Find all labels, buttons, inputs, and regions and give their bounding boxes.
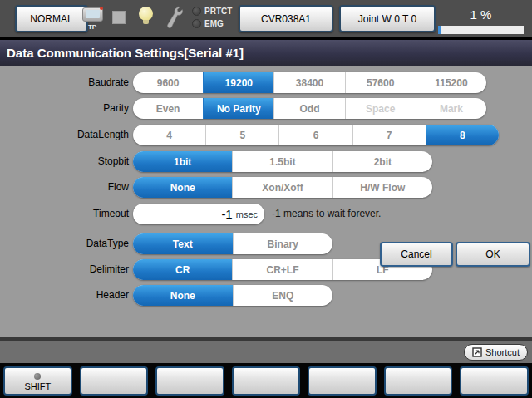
option-h-w-flow[interactable]: H/W Flow xyxy=(332,177,432,198)
option-2bit[interactable]: 2bit xyxy=(332,151,432,172)
datatype-control: TextBinary xyxy=(133,233,332,254)
shortcut-bar: Shortcut xyxy=(0,341,532,363)
option-38400[interactable]: 38400 xyxy=(273,72,344,93)
setting-row-timeout: Timeout-1msec-1 means to wait forever. xyxy=(0,204,532,224)
timeout-note: -1 means to wait forever. xyxy=(272,204,381,224)
option-cr[interactable]: CR xyxy=(133,259,232,280)
shift-led-icon xyxy=(34,373,41,380)
setting-label-baudrate: Baudrate xyxy=(0,72,129,93)
option-4[interactable]: 4 xyxy=(133,125,205,145)
flow-control: NoneXon/XoffH/W Flow xyxy=(133,177,432,198)
header-control: NoneENQ xyxy=(133,285,332,306)
setting-label-datalength: DataLength xyxy=(0,125,129,145)
option-no-parity[interactable]: No Parity xyxy=(203,98,273,119)
coordinate-mode-button[interactable]: Joint W 0 T 0 xyxy=(339,5,436,32)
fkey-shift[interactable]: SHIFT xyxy=(3,366,72,396)
fkey-blank[interactable] xyxy=(80,366,149,396)
speed-progress-fill xyxy=(438,26,441,34)
dialog-title-bar: Data Communication Settings[Serial #1] xyxy=(0,40,532,66)
setting-label-datatype: DataType xyxy=(0,233,129,254)
option-57600[interactable]: 57600 xyxy=(345,72,416,93)
settings-panel: Baudrate9600192003840057600115200ParityE… xyxy=(0,66,532,337)
setting-label-flow: Flow xyxy=(0,177,129,198)
shortcut-button[interactable]: Shortcut xyxy=(464,344,528,361)
option-7[interactable]: 7 xyxy=(352,125,426,145)
teach-pendant-screen: NORMAL TP PRTCT EMG CVR038A1 Joint W 0 xyxy=(0,0,532,398)
shortcut-label: Shortcut xyxy=(485,347,520,357)
speed-progress-track xyxy=(438,26,524,34)
option-space: Space xyxy=(345,98,416,119)
setting-row-header: HeaderNoneENQ xyxy=(0,285,532,306)
fkey-blank[interactable] xyxy=(384,366,453,396)
option-cr-lf[interactable]: CR+LF xyxy=(232,259,332,280)
option-1bit[interactable]: 1bit xyxy=(133,151,232,172)
datalength-control: 45678 xyxy=(133,125,499,145)
fkey-blank[interactable] xyxy=(308,366,377,396)
timeout-unit-label: msec xyxy=(236,209,258,219)
lamp-icon xyxy=(139,7,153,24)
option-odd[interactable]: Odd xyxy=(273,98,344,119)
page-title: Data Communication Settings[Serial #1] xyxy=(7,46,244,60)
option-binary[interactable]: Binary xyxy=(233,233,333,254)
option-none[interactable]: None xyxy=(133,285,233,306)
option-xon-xoff[interactable]: Xon/Xoff xyxy=(232,177,332,198)
mode-button[interactable]: NORMAL xyxy=(15,5,88,32)
wrench-icon xyxy=(165,6,184,33)
speed-percent-label: 1 % xyxy=(438,7,524,22)
emg-led-icon xyxy=(192,19,201,28)
ok-button[interactable]: OK xyxy=(456,242,530,267)
prtct-label: PRTCT xyxy=(204,7,232,16)
setting-row-parity: ParityEvenNo ParityOddSpaceMark xyxy=(0,98,532,119)
fkey-blank[interactable] xyxy=(232,366,301,396)
option-19200[interactable]: 19200 xyxy=(203,72,273,93)
option-even[interactable]: Even xyxy=(133,98,203,119)
fkey-blank[interactable] xyxy=(155,366,224,396)
setting-row-stopbit: Stopbit1bit1.5bit2bit xyxy=(0,151,532,172)
baudrate-control: 9600192003840057600115200 xyxy=(133,72,486,93)
option-none[interactable]: None xyxy=(133,177,232,198)
option-115200[interactable]: 115200 xyxy=(416,72,486,93)
tp-pendant-icon: TP xyxy=(81,7,103,31)
option-1-5bit[interactable]: 1.5bit xyxy=(232,151,332,172)
setting-label-parity: Parity xyxy=(0,98,129,119)
top-status-bar: NORMAL TP PRTCT EMG CVR038A1 Joint W 0 xyxy=(0,0,532,37)
prtct-led-icon xyxy=(192,7,201,16)
setting-label-delimiter: Delimiter xyxy=(0,259,129,280)
option-6[interactable]: 6 xyxy=(278,125,352,145)
option-5[interactable]: 5 xyxy=(205,125,278,145)
parity-control: EvenNo ParityOddSpaceMark xyxy=(133,98,486,119)
timeout-value: -1 xyxy=(221,207,232,221)
program-button[interactable]: CVR038A1 xyxy=(239,5,333,32)
option-8[interactable]: 8 xyxy=(426,125,499,145)
setting-row-datalength: DataLength45678 xyxy=(0,125,532,145)
option-text[interactable]: Text xyxy=(133,233,233,254)
option-enq[interactable]: ENQ xyxy=(233,285,333,306)
function-key-bar: SHIFT xyxy=(0,363,532,398)
setting-row-baudrate: Baudrate9600192003840057600115200 xyxy=(0,72,532,93)
fkey-blank[interactable] xyxy=(460,366,529,396)
stop-square-icon xyxy=(112,11,126,24)
setting-label-header: Header xyxy=(0,285,129,306)
external-link-icon xyxy=(472,347,482,357)
timeout-input[interactable]: -1msec xyxy=(133,204,264,224)
speed-indicator: 1 % xyxy=(438,0,524,37)
tp-icon-label: TP xyxy=(81,23,103,31)
safety-led-block: PRTCT EMG xyxy=(192,5,232,30)
stopbit-control: 1bit1.5bit2bit xyxy=(133,151,432,172)
option-mark: Mark xyxy=(416,98,486,119)
setting-label-stopbit: Stopbit xyxy=(0,151,129,172)
option-9600[interactable]: 9600 xyxy=(133,72,203,93)
fkey-label: SHIFT xyxy=(24,381,51,391)
emg-label: EMG xyxy=(204,19,224,28)
setting-row-flow: FlowNoneXon/XoffH/W Flow xyxy=(0,177,532,198)
setting-label-timeout: Timeout xyxy=(0,204,129,224)
cancel-button[interactable]: Cancel xyxy=(380,242,453,267)
